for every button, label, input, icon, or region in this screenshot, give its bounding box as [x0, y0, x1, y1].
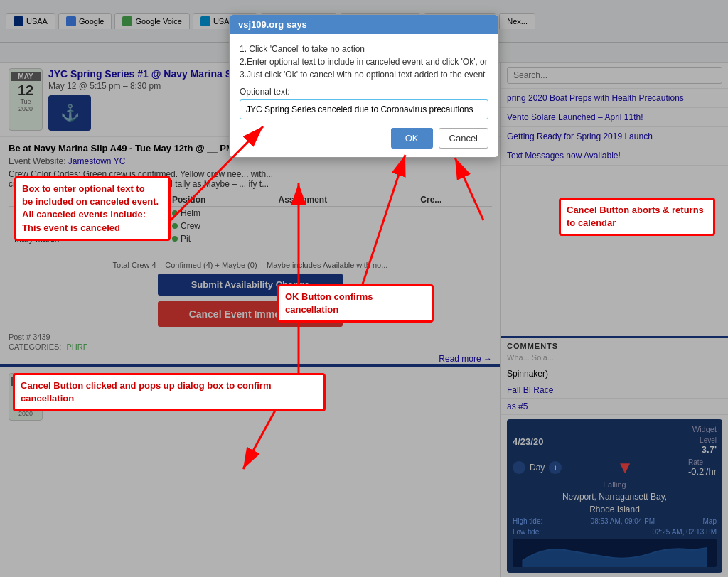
- dialog-ok-button[interactable]: OK: [391, 128, 433, 149]
- dialog-instruction-3: 3.Just click 'Ok' to cancel with no opti…: [240, 70, 485, 80]
- dialog-text-input[interactable]: [240, 99, 488, 119]
- dialog-title-bar: vsj109.org says: [230, 15, 498, 34]
- dialog-box: vsj109.org says 1. Click 'Cancel' to tak…: [229, 14, 499, 158]
- dialog-buttons: OK Cancel: [240, 128, 488, 149]
- dialog-cancel-button[interactable]: Cancel: [439, 128, 488, 149]
- dialog-overlay: vsj109.org says 1. Click 'Cancel' to tak…: [0, 0, 728, 577]
- dialog-instruction-1: 1. Click 'Cancel' to take no action: [240, 44, 365, 54]
- dialog-instructions: 1. Click 'Cancel' to take no action 2.En…: [240, 43, 488, 81]
- dialog-instruction-2: 2.Enter optional text to include in canc…: [240, 57, 488, 67]
- dialog-body: 1. Click 'Cancel' to take no action 2.En…: [230, 34, 498, 157]
- dialog-optional-label: Optional text:: [240, 87, 488, 97]
